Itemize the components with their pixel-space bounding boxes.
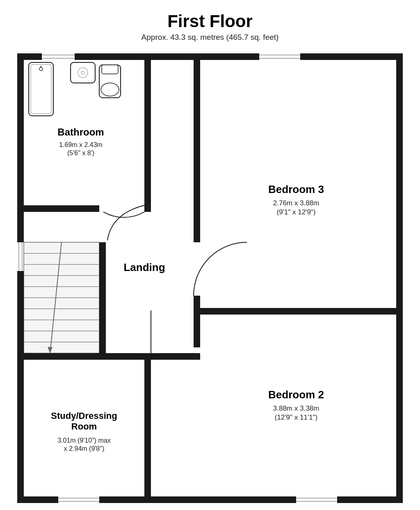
svg-text:3.88m x 3.38m: 3.88m x 3.38m [273, 404, 319, 412]
svg-rect-25 [144, 353, 151, 496]
svg-text:(9'1" x 12'9"): (9'1" x 12'9") [276, 208, 315, 216]
svg-rect-12 [58, 498, 99, 499]
svg-rect-27 [99, 205, 144, 212]
svg-point-47 [101, 83, 119, 96]
svg-rect-19 [22, 242, 23, 271]
floor-title: First Floor [0, 11, 420, 31]
svg-rect-43 [31, 64, 51, 114]
svg-rect-16 [296, 501, 337, 502]
svg-rect-26 [99, 242, 106, 353]
svg-text:Bedroom 3: Bedroom 3 [268, 183, 324, 195]
svg-rect-8 [259, 53, 300, 60]
svg-rect-20 [144, 60, 151, 212]
svg-rect-14 [296, 496, 337, 503]
svg-rect-6 [42, 55, 75, 55]
floorplan-svg: Bathroom 1.69m x 2.43m (5'6" x 8') Landi… [17, 53, 403, 503]
svg-rect-15 [296, 498, 337, 499]
svg-text:Bathroom: Bathroom [57, 126, 104, 138]
svg-rect-18 [18, 242, 19, 271]
svg-rect-5 [42, 53, 75, 60]
svg-rect-13 [58, 501, 99, 502]
svg-rect-1 [17, 53, 403, 60]
svg-point-51 [81, 71, 84, 74]
svg-text:1.69m x 2.43m: 1.69m x 2.43m [59, 141, 103, 148]
svg-rect-3 [17, 53, 24, 503]
page: First Floor Approx. 43.3 sq. metres (465… [0, 0, 420, 510]
svg-rect-9 [259, 55, 300, 55]
svg-text:(12'9" x 11'1"): (12'9" x 11'1") [275, 414, 318, 421]
svg-rect-17 [17, 242, 24, 271]
svg-text:3.01m (9'10") max: 3.01m (9'10") max [57, 437, 111, 444]
svg-rect-23 [194, 308, 396, 315]
header: First Floor Approx. 43.3 sq. metres (465… [0, 0, 420, 46]
floorplan: Bathroom 1.69m x 2.43m (5'6" x 8') Landi… [17, 53, 403, 503]
svg-text:Landing: Landing [123, 261, 165, 273]
svg-rect-48 [102, 65, 118, 74]
svg-rect-22 [194, 60, 200, 347]
svg-rect-7 [42, 58, 75, 59]
svg-rect-10 [259, 58, 300, 59]
svg-text:2.76m x 3.88m: 2.76m x 3.88m [273, 199, 319, 207]
svg-text:Bedroom 2: Bedroom 2 [268, 388, 324, 401]
svg-text:Study/Dressing: Study/Dressing [51, 411, 117, 421]
svg-text:Room: Room [71, 421, 97, 432]
svg-rect-4 [396, 53, 403, 503]
svg-rect-11 [58, 496, 99, 503]
floor-subtitle: Approx. 43.3 sq. metres (465.7 sq. feet) [0, 33, 420, 42]
svg-text:x 2.94m (9'8"): x 2.94m (9'8") [64, 445, 105, 452]
svg-text:(5'6" x 8'): (5'6" x 8') [67, 149, 94, 156]
